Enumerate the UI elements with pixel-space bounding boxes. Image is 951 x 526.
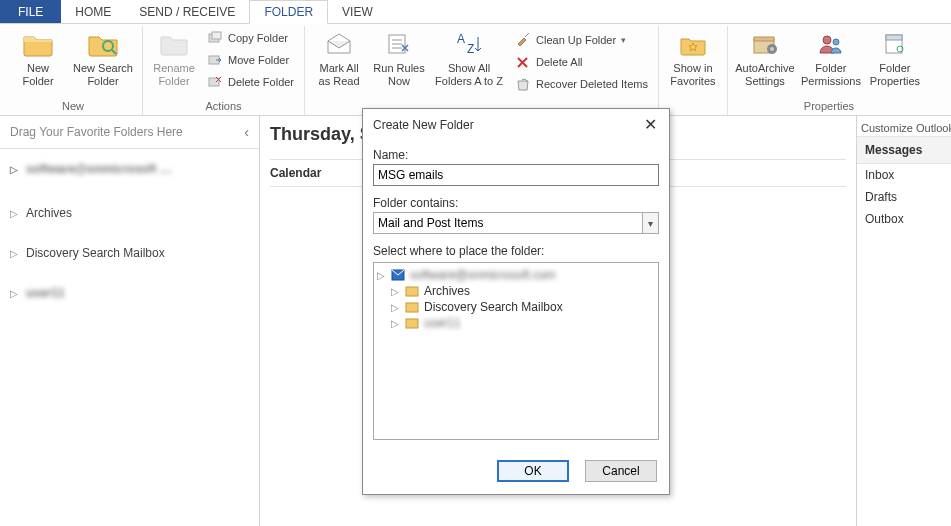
broom-icon [515, 32, 531, 48]
rules-icon [383, 28, 415, 60]
inbox-link[interactable]: Inbox [857, 164, 951, 186]
nav-archives[interactable]: ▷ Archives [0, 199, 259, 227]
nav-discovery[interactable]: ▷ Discovery Search Mailbox [0, 239, 259, 267]
tree-user-label: user11 [424, 316, 461, 330]
folder-contains-value[interactable] [373, 212, 659, 234]
favorites-hint: Drag Your Favorite Folders Here [10, 125, 183, 139]
nav-archives-label: Archives [26, 206, 72, 220]
store-icon [404, 284, 420, 298]
expand-icon[interactable]: ▷ [10, 208, 20, 219]
tree-user-masked[interactable]: ▷ user11 [390, 315, 656, 331]
group-new-label: New [62, 98, 84, 115]
tab-send-receive[interactable]: SEND / RECEIVE [125, 0, 249, 23]
delete-icon [207, 74, 223, 90]
clean-up-folder-button[interactable]: Clean Up Folder ▾ [511, 30, 652, 50]
svg-rect-18 [754, 37, 774, 41]
move-icon [207, 52, 223, 68]
folder-icon [22, 28, 54, 60]
rename-icon [158, 28, 190, 60]
show-in-favorites-button[interactable]: Show in Favorites [665, 26, 721, 88]
autoarchive-button[interactable]: AutoArchive Settings [734, 26, 796, 88]
autoarchive-label: AutoArchive Settings [735, 62, 794, 88]
folder-permissions-button[interactable]: Folder Permissions [800, 26, 862, 88]
rename-folder-button[interactable]: Rename Folder [149, 26, 199, 88]
show-all-a-z-button[interactable]: AZ Show All Folders A to Z [431, 26, 507, 88]
folder-name-input[interactable] [373, 164, 659, 186]
new-search-folder-label: New Search Folder [73, 62, 133, 88]
tree-discovery[interactable]: ▷ Discovery Search Mailbox [390, 299, 656, 315]
group-properties-label: Properties [804, 98, 854, 115]
folder-properties-button[interactable]: Folder Properties [866, 26, 924, 88]
svg-rect-3 [212, 32, 221, 39]
dialog-title: Create New Folder [373, 118, 474, 132]
mark-all-read-button[interactable]: Mark All as Read [311, 26, 367, 88]
delete-folder-button[interactable]: Delete Folder [203, 72, 298, 92]
new-search-folder-button[interactable]: New Search Folder [70, 26, 136, 88]
nav-user-masked[interactable]: ▷ user11 [0, 279, 259, 307]
recover-deleted-button[interactable]: Recover Deleted Items [511, 74, 652, 94]
svg-text:A: A [457, 32, 465, 46]
copy-folder-button[interactable]: Copy Folder [203, 28, 298, 48]
expand-icon[interactable]: ▷ [390, 318, 400, 329]
expand-icon[interactable]: ▷ [390, 302, 400, 313]
new-folder-label: New Folder [22, 62, 53, 88]
tree-discovery-label: Discovery Search Mailbox [424, 300, 563, 314]
expand-icon[interactable]: ▷ [390, 286, 400, 297]
svg-rect-27 [406, 287, 418, 296]
expand-icon[interactable]: ▷ [376, 270, 386, 281]
cancel-button[interactable]: Cancel [585, 460, 657, 482]
new-folder-button[interactable]: New Folder [10, 26, 66, 88]
copy-icon [207, 30, 223, 46]
rename-label: Rename Folder [153, 62, 195, 88]
location-tree[interactable]: ▷ software@onmicrosoft.com ▷ Archives ▷ … [373, 262, 659, 440]
envelope-open-icon [323, 28, 355, 60]
tree-archives-label: Archives [424, 284, 470, 298]
tab-view[interactable]: VIEW [328, 0, 387, 23]
name-label: Name: [373, 148, 659, 162]
tree-archives[interactable]: ▷ Archives [390, 283, 656, 299]
chevron-down-icon[interactable]: ▾ [642, 213, 658, 233]
expand-icon[interactable]: ▷ [10, 288, 20, 299]
properties-label: Folder Properties [870, 62, 920, 88]
expand-icon[interactable]: ▷ [10, 248, 20, 259]
drafts-link[interactable]: Drafts [857, 186, 951, 208]
store-icon [404, 300, 420, 314]
tab-file[interactable]: FILE [0, 0, 61, 23]
nav-account-root[interactable]: ▷ software@onmicrosoft … [0, 155, 259, 183]
tree-root-label: software@onmicrosoft.com [410, 268, 556, 282]
search-folder-icon [87, 28, 119, 60]
delete-all-button[interactable]: Delete All [511, 52, 652, 72]
create-new-folder-dialog: Create New Folder ✕ Name: Folder contain… [362, 108, 670, 495]
nav-discovery-label: Discovery Search Mailbox [26, 246, 165, 260]
group-new: New Folder New Search Folder New [4, 26, 143, 115]
contains-label: Folder contains: [373, 196, 659, 210]
tab-home[interactable]: HOME [61, 0, 125, 23]
svg-rect-28 [406, 303, 418, 312]
group-favorites: Show in Favorites [659, 26, 728, 115]
svg-rect-29 [406, 319, 418, 328]
archive-gear-icon [749, 28, 781, 60]
favorites-drop-zone[interactable]: Drag Your Favorite Folders Here ‹ [0, 116, 259, 148]
ok-button[interactable]: OK [497, 460, 569, 482]
tab-folder[interactable]: FOLDER [249, 0, 328, 24]
move-folder-button[interactable]: Move Folder [203, 50, 298, 70]
collapse-favorites-icon[interactable]: ‹ [244, 124, 249, 140]
svg-point-21 [823, 36, 831, 44]
show-all-label: Show All Folders A to Z [435, 62, 503, 88]
sort-az-icon: AZ [453, 28, 485, 60]
account-name-masked: software@onmicrosoft … [26, 162, 172, 176]
ribbon-tabs: FILE HOME SEND / RECEIVE FOLDER VIEW [0, 0, 951, 24]
folder-contains-select[interactable]: ▾ [373, 212, 659, 234]
mark-all-label: Mark All as Read [319, 62, 360, 88]
expand-icon[interactable]: ▷ [10, 164, 20, 175]
copy-label: Copy Folder [228, 32, 288, 44]
tree-root-account[interactable]: ▷ software@onmicrosoft.com [376, 267, 656, 283]
customize-link[interactable]: Customize Outlook [857, 116, 951, 136]
star-folder-icon [677, 28, 709, 60]
outbox-link[interactable]: Outbox [857, 208, 951, 230]
delete-label: Delete Folder [228, 76, 294, 88]
close-icon[interactable]: ✕ [640, 115, 661, 134]
svg-line-14 [525, 33, 529, 37]
delete-all-label: Delete All [536, 56, 582, 68]
run-rules-button[interactable]: Run Rules Now [371, 26, 427, 88]
